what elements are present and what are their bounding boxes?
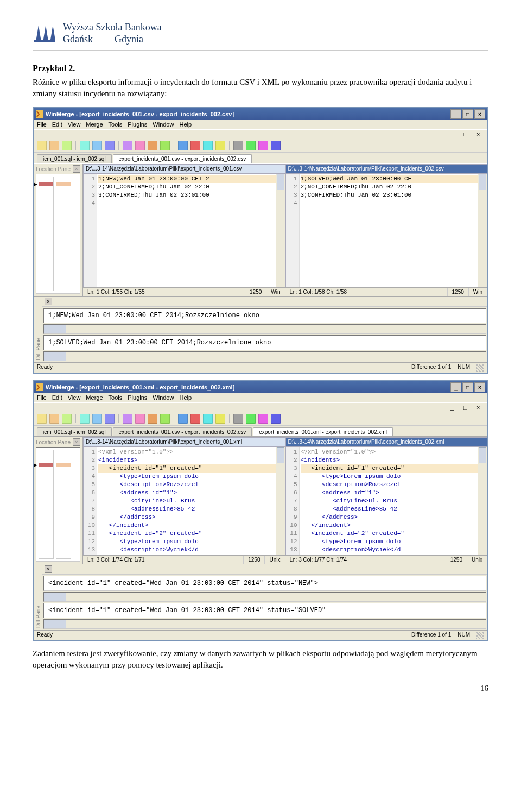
toolbar-icon[interactable] — [271, 414, 281, 424]
scrollbar-v[interactable] — [478, 447, 487, 555]
child-min-button[interactable]: _ — [450, 131, 458, 137]
toolbar-icon[interactable] — [203, 414, 213, 424]
diff-scroll-h[interactable] — [43, 619, 486, 629]
menu-view[interactable]: View — [68, 121, 81, 128]
document-tab[interactable]: export_incidents_001.xml - export_incide… — [253, 427, 393, 436]
minimize-button[interactable]: _ — [450, 382, 461, 392]
toolbar-icon[interactable] — [190, 141, 200, 150]
menu-plugins[interactable]: Plugins — [128, 394, 147, 401]
status-diff-count: Difference 1 of 1 — [411, 364, 451, 372]
menu-edit[interactable]: Edit — [52, 394, 62, 401]
right-editor[interactable]: 12345678910111213 <?xml version="1.0"?><… — [285, 446, 488, 555]
left-file-path[interactable]: D:\...3-14\Narzędzia\Laboratorium\Pliki\… — [83, 164, 285, 173]
toolbar-icon[interactable] — [190, 414, 200, 424]
left-editor[interactable]: 12345678910111213 <?xml version="1.0"?><… — [83, 446, 285, 555]
scrollbar-v[interactable] — [478, 174, 487, 287]
toolbar-icon[interactable] — [105, 414, 115, 424]
resize-grip-icon[interactable] — [476, 364, 484, 372]
menu-window[interactable]: Window — [153, 394, 174, 401]
toolbar-icon[interactable] — [135, 414, 145, 424]
winmerge-icon — [36, 383, 43, 391]
toolbar-icon[interactable] — [92, 414, 102, 424]
toolbar-icon[interactable] — [160, 141, 170, 150]
titlebar[interactable]: WinMerge - [export_incidents_001.xml - e… — [34, 381, 487, 393]
toolbar-icon[interactable] — [178, 414, 188, 424]
right-file-path[interactable]: D:\...3-14\Narzędzia\Laboratorium\Pliki\… — [285, 164, 488, 173]
toolbar-icon[interactable] — [62, 141, 72, 150]
maximize-button[interactable]: □ — [462, 382, 473, 392]
document-tab[interactable]: export_incidents_001.csv - export_incide… — [113, 427, 252, 436]
toolbar-icon[interactable] — [123, 141, 132, 150]
menu-merge[interactable]: Merge — [86, 394, 103, 401]
diff-pane-close-icon[interactable]: × — [45, 565, 52, 573]
menu-edit[interactable]: Edit — [52, 121, 62, 128]
maximize-button[interactable]: □ — [462, 109, 473, 119]
menu-file[interactable]: File — [37, 394, 47, 401]
toolbar-icon[interactable] — [233, 141, 243, 150]
toolbar-icon[interactable] — [203, 141, 213, 150]
scrollbar-v[interactable] — [276, 174, 285, 287]
document-tab[interactable]: export_incidents_001.csv - export_incide… — [113, 154, 252, 163]
diff-scroll-h[interactable] — [43, 592, 486, 602]
toolbar-icon[interactable] — [148, 414, 157, 424]
menu-tools[interactable]: Tools — [109, 121, 123, 128]
close-button[interactable]: × — [474, 382, 485, 392]
toolbar-icon[interactable] — [271, 141, 281, 150]
location-pane-close-icon[interactable]: × — [73, 438, 80, 446]
svg-rect-0 — [34, 40, 55, 42]
child-close-button[interactable]: × — [476, 404, 484, 411]
menu-window[interactable]: Window — [153, 121, 174, 128]
toolbar-icon[interactable] — [215, 414, 225, 424]
toolbar-icon[interactable] — [246, 414, 256, 424]
toolbar-icon[interactable] — [123, 414, 132, 424]
menu-help[interactable]: Help — [179, 121, 192, 128]
titlebar[interactable]: WinMerge - [export_incidents_001.csv - e… — [34, 108, 487, 120]
toolbar — [34, 412, 487, 426]
toolbar-icon[interactable] — [37, 141, 47, 150]
toolbar-icon[interactable] — [258, 414, 268, 424]
toolbar-icon[interactable] — [80, 141, 90, 150]
location-pane-close-icon[interactable]: × — [73, 165, 80, 173]
toolbar-icon[interactable] — [62, 414, 72, 424]
child-close-button[interactable]: × — [476, 131, 484, 137]
left-editor[interactable]: 1234 1;NEW;Wed Jan 01 23:00:00 CET 22;NO… — [83, 173, 285, 287]
diff-pane-label: Diff Pane — [34, 564, 42, 630]
diff-scroll-h[interactable] — [43, 351, 486, 361]
toolbar-icon[interactable] — [148, 141, 157, 150]
child-min-button[interactable]: _ — [450, 404, 458, 411]
menu-merge[interactable]: Merge — [86, 121, 103, 128]
toolbar-icon[interactable] — [178, 141, 188, 150]
resize-grip-icon[interactable] — [476, 632, 484, 639]
document-tab[interactable]: icm_001.sql - icm_002.sql — [37, 154, 112, 163]
right-editor[interactable]: 1234 1;SOLVED;Wed Jan 01 23:00:00 CE2;NO… — [285, 173, 488, 287]
toolbar-icon[interactable] — [92, 141, 102, 150]
toolbar-icon[interactable] — [49, 141, 59, 150]
child-max-button[interactable]: □ — [463, 404, 471, 411]
toolbar-icon[interactable] — [246, 141, 256, 150]
toolbar-icon[interactable] — [49, 414, 59, 424]
menu-help[interactable]: Help — [179, 394, 192, 401]
document-tab[interactable]: icm_001.sql - icm_002.sql — [37, 427, 112, 436]
minimize-button[interactable]: _ — [450, 109, 461, 119]
menu-tools[interactable]: Tools — [109, 394, 123, 401]
toolbar-icon[interactable] — [215, 141, 225, 150]
toolbar-icon[interactable] — [233, 414, 243, 424]
child-max-button[interactable]: □ — [463, 131, 471, 137]
winmerge-window-xml: WinMerge - [export_incidents_001.xml - e… — [33, 380, 488, 641]
menu-plugins[interactable]: Plugins — [128, 121, 147, 128]
close-button[interactable]: × — [474, 109, 485, 119]
toolbar-icon[interactable] — [37, 414, 47, 424]
diff-scroll-h[interactable] — [43, 324, 486, 334]
toolbar-icon[interactable] — [135, 141, 145, 150]
toolbar-icon[interactable] — [160, 414, 170, 424]
right-file-path[interactable]: D:\...3-14\Narzędzia\Laboratorium\Pliki\… — [285, 437, 488, 446]
toolbar-icon[interactable] — [258, 141, 268, 150]
menu-file[interactable]: File — [37, 121, 47, 128]
scrollbar-v[interactable] — [276, 447, 285, 555]
menu-view[interactable]: View — [68, 394, 81, 401]
right-caret-pos: Ln: 1 Col: 1/58 Ch: 1/58 — [285, 288, 448, 296]
diff-pane-close-icon[interactable]: × — [45, 298, 52, 305]
left-file-path[interactable]: D:\...3-14\Narzędzia\Laboratorium\Pliki\… — [83, 437, 285, 446]
toolbar-icon[interactable] — [105, 141, 115, 150]
toolbar-icon[interactable] — [80, 414, 90, 424]
